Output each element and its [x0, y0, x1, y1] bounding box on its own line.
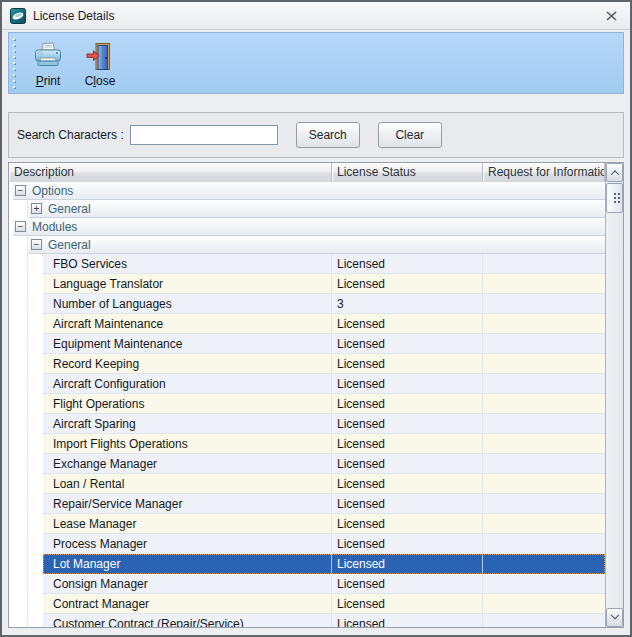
- group-row-options[interactable]: −Options: [9, 182, 605, 200]
- grid-row-flight-operations[interactable]: Flight OperationsLicensed: [9, 394, 605, 414]
- cell-request-for-information: [483, 554, 605, 574]
- cell-license-status: Licensed: [332, 534, 483, 554]
- tree-indent: [9, 454, 43, 474]
- cell-description: Aircraft Sparing: [43, 414, 332, 434]
- grid-row-lot-manager[interactable]: Lot ManagerLicensed: [9, 554, 605, 574]
- close-toolbar-button[interactable]: Close: [77, 37, 123, 91]
- grid-row-lease-manager[interactable]: Lease ManagerLicensed: [9, 514, 605, 534]
- tree-indent: [9, 200, 29, 218]
- cell-request-for-information: [483, 394, 605, 414]
- toolbar-grip-handle[interactable]: [12, 37, 18, 89]
- column-header-description[interactable]: Description: [9, 163, 332, 182]
- cell-request-for-information: [483, 354, 605, 374]
- row-cells: Loan / RentalLicensed: [43, 474, 605, 494]
- grid-header: Description License Status Request for I…: [9, 163, 605, 182]
- cell-license-status: Licensed: [332, 454, 483, 474]
- row-cells: Customer Contract (Repair/Service)Licens…: [43, 614, 605, 627]
- search-input[interactable]: [130, 125, 278, 145]
- tree-indent: [9, 494, 43, 514]
- cell-license-status: Licensed: [332, 574, 483, 594]
- collapse-icon[interactable]: −: [15, 221, 26, 232]
- cell-request-for-information: [483, 274, 605, 294]
- grid-row-import-flights-operations[interactable]: Import Flights OperationsLicensed: [9, 434, 605, 454]
- scrollbar-track[interactable]: [606, 182, 623, 608]
- grid-row-language-translator[interactable]: Language TranslatorLicensed: [9, 274, 605, 294]
- grid-row-exchange-manager[interactable]: Exchange ManagerLicensed: [9, 454, 605, 474]
- grid-row-contract-manager[interactable]: Contract ManagerLicensed: [9, 594, 605, 614]
- collapse-icon[interactable]: −: [31, 239, 42, 250]
- tree-indent: [9, 394, 43, 414]
- row-cells: Lot ManagerLicensed: [43, 554, 605, 574]
- grid-row-consign-manager[interactable]: Consign ManagerLicensed: [9, 574, 605, 594]
- column-header-request-for-information[interactable]: Request for Information: [483, 163, 605, 182]
- cell-request-for-information: [483, 314, 605, 334]
- scroll-down-button[interactable]: [606, 608, 623, 627]
- cell-license-status: Licensed: [332, 494, 483, 514]
- chevron-up-icon: [610, 170, 618, 178]
- row-cells: Record KeepingLicensed: [43, 354, 605, 374]
- cell-license-status: Licensed: [332, 374, 483, 394]
- tree-indent: [9, 574, 43, 594]
- scroll-up-button[interactable]: [606, 163, 623, 182]
- grid-row-process-manager[interactable]: Process ManagerLicensed: [9, 534, 605, 554]
- expand-icon[interactable]: +: [31, 203, 42, 214]
- tree-indent: [9, 534, 43, 554]
- collapse-icon[interactable]: −: [15, 185, 26, 196]
- cell-request-for-information: [483, 474, 605, 494]
- grid-row-aircraft-sparing[interactable]: Aircraft SparingLicensed: [9, 414, 605, 434]
- grid-row-aircraft-configuration[interactable]: Aircraft ConfigurationLicensed: [9, 374, 605, 394]
- tree-indent: [9, 614, 43, 627]
- cell-description: Consign Manager: [43, 574, 332, 594]
- row-cells: Import Flights OperationsLicensed: [43, 434, 605, 454]
- row-cells: Aircraft ConfigurationLicensed: [43, 374, 605, 394]
- tree-indent: [9, 314, 43, 334]
- tree-indent: [9, 414, 43, 434]
- grid-row-fbo-services[interactable]: FBO ServicesLicensed: [9, 254, 605, 274]
- tree-indent: [9, 334, 43, 354]
- cell-description: Loan / Rental: [43, 474, 332, 494]
- scrollbar-thumb[interactable]: [606, 183, 623, 213]
- cell-description: Exchange Manager: [43, 454, 332, 474]
- grid-row-aircraft-maintenance[interactable]: Aircraft MaintenanceLicensed: [9, 314, 605, 334]
- grid-row-customer-contract-repair-service[interactable]: Customer Contract (Repair/Service)Licens…: [9, 614, 605, 627]
- cell-description: Equipment Maintenance: [43, 334, 332, 354]
- close-button[interactable]: [600, 6, 622, 26]
- license-details-dialog: License Details: [0, 0, 632, 637]
- row-cells: Language TranslatorLicensed: [43, 274, 605, 294]
- tree-indent: [9, 236, 29, 254]
- cell-request-for-information: [483, 334, 605, 354]
- group-row-body: −Options: [13, 182, 605, 200]
- tree-indent: [9, 514, 43, 534]
- close-icon: [606, 11, 617, 21]
- grid-row-repair-service-manager[interactable]: Repair/Service ManagerLicensed: [9, 494, 605, 514]
- row-cells: Repair/Service ManagerLicensed: [43, 494, 605, 514]
- cell-request-for-information: [483, 534, 605, 554]
- print-button[interactable]: Print: [25, 37, 71, 91]
- cell-license-status: Licensed: [332, 474, 483, 494]
- tree-indent: [9, 474, 43, 494]
- cell-description: Import Flights Operations: [43, 434, 332, 454]
- row-cells: Aircraft MaintenanceLicensed: [43, 314, 605, 334]
- cell-license-status: Licensed: [332, 434, 483, 454]
- grid-row-loan-rental[interactable]: Loan / RentalLicensed: [9, 474, 605, 494]
- group-row-body: +General: [29, 200, 605, 218]
- group-row-general[interactable]: +General: [9, 200, 605, 218]
- vertical-scrollbar: [605, 163, 623, 627]
- window-title: License Details: [33, 9, 593, 23]
- grid-row-record-keeping[interactable]: Record KeepingLicensed: [9, 354, 605, 374]
- cell-license-status: Licensed: [332, 274, 483, 294]
- column-header-license-status[interactable]: License Status: [332, 163, 483, 182]
- group-row-modules[interactable]: −Modules: [9, 218, 605, 236]
- grid-row-number-of-languages[interactable]: Number of Languages3: [9, 294, 605, 314]
- search-characters-label: Search Characters :: [17, 128, 124, 142]
- clear-button[interactable]: Clear: [378, 122, 442, 148]
- group-label: Modules: [32, 220, 77, 234]
- chevron-down-icon: [610, 610, 618, 618]
- tree-indent: [9, 294, 43, 314]
- search-button[interactable]: Search: [296, 122, 360, 148]
- row-cells: Flight OperationsLicensed: [43, 394, 605, 414]
- grid-row-equipment-maintenance[interactable]: Equipment MaintenanceLicensed: [9, 334, 605, 354]
- cell-description: FBO Services: [43, 254, 332, 274]
- cell-request-for-information: [483, 614, 605, 627]
- group-row-general[interactable]: −General: [9, 236, 605, 254]
